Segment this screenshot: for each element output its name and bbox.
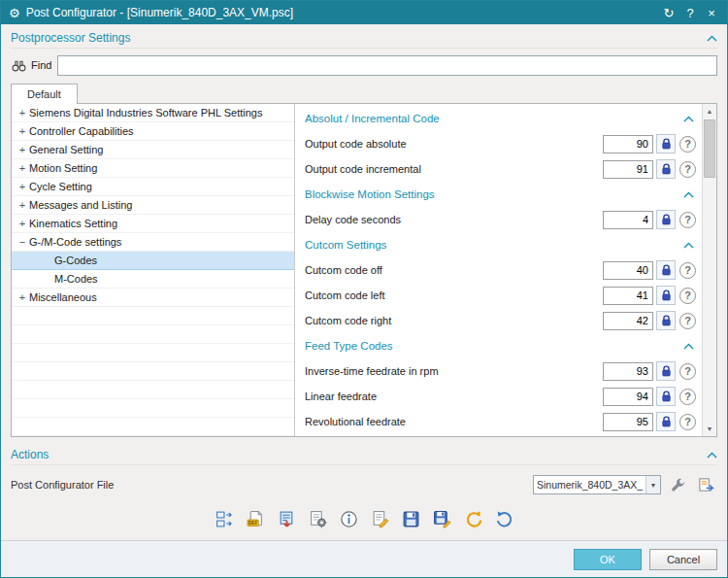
tree-item[interactable]: +Messages and Listing [12, 196, 294, 215]
gear-icon: ⚙ [9, 7, 20, 19]
tree-item[interactable]: M-Codes [12, 270, 294, 289]
collapse-actions-icon[interactable] [707, 452, 717, 459]
expand-icon[interactable]: + [16, 181, 29, 192]
tree-item[interactable]: +Kinematics Setting [12, 215, 294, 233]
setting-label: Cutcom code left [305, 289, 603, 301]
svg-text:DEF: DEF [248, 520, 257, 525]
setting-value-input[interactable] [603, 261, 653, 280]
wrench-icon[interactable] [666, 474, 689, 495]
collapse-group-icon[interactable] [683, 116, 696, 122]
check-file-icon[interactable] [367, 506, 392, 531]
lock-icon[interactable] [656, 210, 676, 229]
expand-icon[interactable]: + [16, 144, 29, 155]
lock-icon[interactable] [656, 159, 676, 179]
help-icon[interactable]: ? [679, 288, 696, 304]
expand-icon[interactable]: + [16, 162, 29, 174]
scrollbar-thumb[interactable] [704, 119, 715, 178]
lock-icon[interactable] [656, 260, 676, 280]
collapse-section-icon[interactable] [707, 35, 717, 42]
help-icon[interactable]: ? [679, 161, 696, 178]
edit-post-file-icon[interactable] [694, 474, 717, 495]
tab-default[interactable]: Default [11, 84, 78, 104]
expand-icon[interactable]: + [16, 218, 29, 229]
group-header[interactable]: Blockwise Motion Settings [305, 182, 696, 207]
tree-item-label: M-Codes [54, 273, 98, 285]
help-icon[interactable]: ? [679, 313, 696, 329]
lock-icon[interactable] [656, 387, 676, 406]
help-icon[interactable]: ? [679, 262, 696, 279]
collapse-group-icon[interactable] [683, 191, 696, 198]
settings-file-icon[interactable] [305, 506, 330, 531]
lock-icon[interactable] [656, 134, 676, 153]
setting-value-input[interactable] [603, 362, 653, 381]
help-icon[interactable]: ? [679, 389, 696, 405]
scroll-down-icon[interactable]: ▼ [703, 422, 716, 436]
setting-row: Cutcom code left? [305, 283, 696, 308]
setting-value-input[interactable] [603, 160, 653, 179]
help-icon[interactable]: ? [679, 212, 696, 228]
lock-icon[interactable] [656, 311, 676, 330]
scroll-up-icon[interactable]: ▲ [703, 104, 716, 119]
collapse-group-icon[interactable] [683, 242, 696, 249]
lock-icon[interactable] [656, 361, 676, 381]
group-header[interactable]: Absolut / Incremental Code [305, 106, 696, 131]
actions-header: Actions [11, 445, 717, 465]
help-icon[interactable]: ? [680, 6, 700, 20]
file-controls: Sinumerik_840D_3AX_ ▼ [533, 474, 717, 495]
tree-item-label: G-Codes [54, 255, 97, 266]
lock-icon[interactable] [656, 286, 676, 305]
close-icon[interactable]: × [702, 6, 721, 20]
lock-icon[interactable] [656, 412, 676, 431]
setting-value-input[interactable] [603, 413, 653, 431]
group-header[interactable]: Feed Type Codes [305, 333, 696, 358]
settings-tree: +Siemens Digital Industries Software PHL… [12, 104, 295, 436]
help-icon[interactable]: ? [679, 363, 696, 380]
setting-row: Linear feedrate? [305, 384, 696, 409]
revert-icon[interactable] [460, 506, 485, 531]
tree-item[interactable]: +Cycle Setting [12, 178, 294, 196]
setting-value-input[interactable] [603, 312, 653, 330]
expand-icon[interactable]: + [16, 199, 29, 211]
actions-toolbar: DEF [1, 506, 727, 531]
expand-icon[interactable]: + [16, 107, 29, 119]
group-header[interactable]: Cutcom Settings [305, 232, 696, 257]
help-icon[interactable]: ? [679, 414, 696, 430]
compare-settings-icon[interactable] [212, 506, 237, 531]
undo-icon[interactable] [491, 506, 516, 531]
tab-row: Default [11, 84, 717, 104]
tree-item[interactable]: +Controller Capabilities [12, 122, 294, 141]
collapse-icon[interactable]: − [16, 236, 29, 248]
setting-value-input[interactable] [603, 211, 653, 229]
expand-icon[interactable]: + [16, 291, 29, 303]
save-icon[interactable] [398, 506, 423, 531]
group-title: Cutcom Settings [305, 239, 386, 251]
setting-value-input[interactable] [603, 287, 653, 305]
vertical-scrollbar[interactable]: ▲ ▼ [702, 104, 716, 436]
save-as-icon[interactable] [429, 506, 454, 531]
tree-item-label: Miscellaneous [29, 291, 97, 303]
setting-value-input[interactable] [603, 388, 653, 406]
group-title: Absolut / Incremental Code [305, 113, 440, 124]
setting-value-input[interactable] [603, 135, 653, 153]
setting-row: Constant cutting rate? [305, 434, 696, 436]
collapse-group-icon[interactable] [683, 343, 696, 350]
tree-item[interactable]: −G-/M-Code settings [12, 233, 294, 252]
help-icon[interactable]: ? [679, 136, 696, 153]
tree-item[interactable]: +Miscellaneous [12, 289, 294, 307]
find-input[interactable] [57, 55, 717, 76]
dropdown-arrow-icon[interactable]: ▼ [645, 476, 660, 493]
tree-item[interactable]: G-Codes [12, 252, 294, 270]
cancel-button[interactable]: Cancel [649, 549, 717, 570]
info-icon[interactable] [336, 506, 361, 531]
export-settings-icon[interactable] [274, 506, 299, 531]
tree-empty-row [12, 381, 294, 399]
tree-item[interactable]: +Motion Setting [12, 159, 294, 178]
post-file-dropdown[interactable]: Sinumerik_840D_3AX_ ▼ [533, 475, 661, 494]
tree-item[interactable]: +Siemens Digital Industries Software PHL… [12, 104, 294, 122]
definition-file-icon[interactable]: DEF [243, 506, 268, 531]
footer: OK Cancel [1, 540, 727, 577]
expand-icon[interactable]: + [16, 125, 29, 137]
tree-item[interactable]: +General Setting [12, 141, 294, 159]
refresh-icon[interactable]: ↻ [659, 6, 678, 20]
ok-button[interactable]: OK [574, 549, 642, 570]
